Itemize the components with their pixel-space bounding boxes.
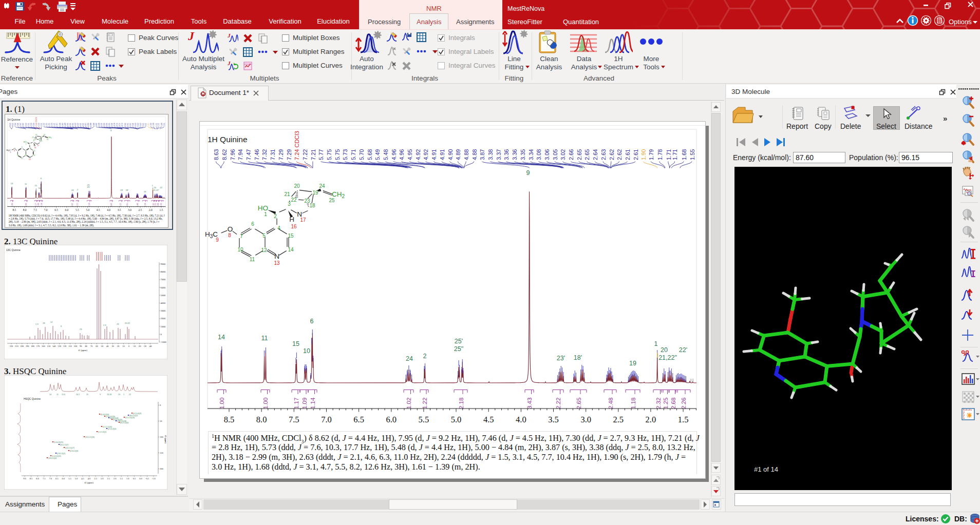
svg-text:4.88: 4.88 (463, 149, 469, 160)
svg-text:N: N (274, 252, 279, 260)
svg-text:8.63: 8.63 (213, 149, 219, 160)
svg-text:0.0: 0.0 (139, 477, 142, 480)
svg-text:(8.2,1.0)(4): (8.2,1.0)(4) (120, 422, 128, 424)
svg-text:1.17: 1.17 (293, 398, 299, 409)
svg-text:f1 (ppm): f1 (ppm) (164, 435, 167, 444)
svg-text:110: 110 (68, 345, 72, 347)
svg-text:7.94: 7.94 (237, 149, 243, 160)
svg-text:7.24 CDCl3: 7.24 CDCl3 (294, 131, 300, 160)
svg-text:4: 4 (277, 225, 280, 231)
svg-text:22': 22' (679, 346, 687, 354)
svg-text:2.18: 2.18 (458, 398, 464, 409)
svg-text:2.62: 2.62 (616, 149, 623, 160)
svg-text:25": 25" (454, 345, 463, 353)
svg-text:160: 160 (42, 345, 45, 347)
svg-text:3.36: 3.36 (512, 149, 518, 160)
svg-text:9: 9 (100, 394, 101, 396)
svg-text:7.31: 7.31 (270, 149, 276, 160)
svg-text:3.05: 3.05 (552, 149, 558, 160)
svg-text:8000: 8000 (161, 270, 166, 273)
svg-text:7.29: 7.29 (286, 149, 292, 160)
svg-text:1.79: 1.79 (648, 149, 654, 160)
svg-text:1: 1 (654, 340, 658, 347)
svg-text:4.88: 4.88 (472, 149, 478, 160)
svg-text:5000: 5000 (161, 294, 166, 297)
svg-text:13: 13 (274, 260, 280, 266)
svg-text:4.89: 4.89 (455, 149, 461, 160)
svg-text:22: 22 (291, 197, 297, 203)
svg-text:HO: HO (258, 204, 268, 212)
svg-text:200: 200 (21, 345, 24, 347)
svg-text:6: 6 (310, 318, 314, 325)
svg-text:-40: -40 (148, 345, 152, 347)
svg-text:(0.3,0.0)(6): (0.3,0.0)(6) (70, 450, 78, 452)
svg-text:6.0: 6.0 (386, 415, 397, 424)
svg-text:8.0: 8.0 (256, 415, 267, 424)
svg-text:4.0: 4.0 (88, 477, 91, 480)
svg-text:120: 120 (63, 345, 67, 347)
svg-text:5: 5 (262, 233, 266, 239)
svg-text:1 3: 1 3 (35, 323, 39, 325)
svg-text:4.92: 4.92 (415, 149, 421, 160)
svg-text:(8.0,2.2)(7): (8.0,2.2)(7) (60, 444, 68, 446)
svg-text:2.64: 2.64 (592, 149, 598, 160)
svg-text:14: 14 (218, 334, 225, 341)
svg-text:5.5: 5.5 (68, 477, 71, 480)
svg-text:2.66: 2.66 (568, 149, 574, 160)
svg-text:4.96: 4.96 (399, 149, 405, 160)
svg-text:20: 20 (661, 346, 668, 354)
svg-text:16: 16 (291, 224, 297, 229)
svg-text:3000: 3000 (161, 309, 166, 312)
svg-text:-30: -30 (143, 345, 147, 347)
svg-text:4.91: 4.91 (431, 149, 437, 160)
svg-text:2.61: 2.61 (633, 149, 639, 160)
svg-text:5.73: 5.73 (342, 149, 348, 160)
svg-text:4.0: 4.0 (516, 415, 526, 424)
svg-text:2.32: 2.32 (655, 398, 662, 409)
svg-text:J: J (188, 30, 195, 43)
svg-text:23 18: 23 18 (107, 394, 111, 396)
svg-text:15: 15 (288, 233, 294, 239)
svg-text:180: 180 (31, 345, 34, 347)
svg-text:19: 19 (312, 190, 318, 196)
svg-text:7: 7 (240, 234, 243, 239)
svg-text:3: 3 (288, 201, 291, 207)
svg-text:6.5: 6.5 (353, 415, 364, 424)
svg-text:2.65: 2.65 (584, 149, 590, 160)
svg-text:1.71: 1.71 (672, 149, 678, 160)
svg-text:3.02: 3.02 (560, 149, 566, 160)
svg-text:2: 2 (274, 213, 277, 219)
svg-text:4.5: 4.5 (483, 415, 494, 424)
svg-text:5.70: 5.70 (359, 149, 365, 160)
svg-text:-1.0: -1.0 (152, 477, 156, 480)
svg-text:1.68: 1.68 (681, 149, 687, 160)
svg-text:J: J (228, 61, 231, 66)
svg-text:-0.5: -0.5 (145, 477, 149, 480)
svg-text:200: 200 (160, 468, 163, 470)
svg-text:3.0: 3.0 (580, 415, 591, 424)
svg-text:2.65: 2.65 (576, 149, 582, 160)
svg-text:7.47: 7.47 (246, 149, 252, 160)
svg-text:24: 24 (406, 355, 413, 362)
svg-text:14: 14 (288, 247, 294, 252)
svg-text:(8.6,1.4)(2): (8.6,1.4)(2) (129, 415, 138, 417)
svg-text:15 6: 15 6 (62, 394, 65, 396)
svg-text:20 22: 20 22 (125, 322, 130, 324)
svg-text:1: 1 (123, 394, 124, 396)
svg-text:1.71: 1.71 (666, 149, 672, 160)
svg-text:0.5: 0.5 (133, 477, 136, 480)
svg-text:10: 10 (303, 347, 310, 355)
svg-text:3.0: 3.0 (101, 477, 104, 480)
svg-text:23': 23' (557, 355, 565, 362)
svg-text:7000: 7000 (161, 278, 166, 281)
svg-text:190: 190 (26, 345, 29, 347)
svg-text:3.34: 3.34 (528, 149, 534, 160)
svg-text:21: 21 (284, 191, 290, 197)
svg-text:3.35: 3.35 (520, 149, 526, 160)
svg-text:1.78: 1.78 (657, 149, 663, 160)
svg-text:170: 170 (36, 345, 40, 347)
svg-text:19: 19 (118, 394, 120, 396)
svg-text:3.38: 3.38 (487, 149, 494, 160)
svg-text:9: 9 (216, 237, 219, 243)
svg-text:(0.1,5.3)(14): (0.1,5.3)(14) (125, 417, 135, 419)
